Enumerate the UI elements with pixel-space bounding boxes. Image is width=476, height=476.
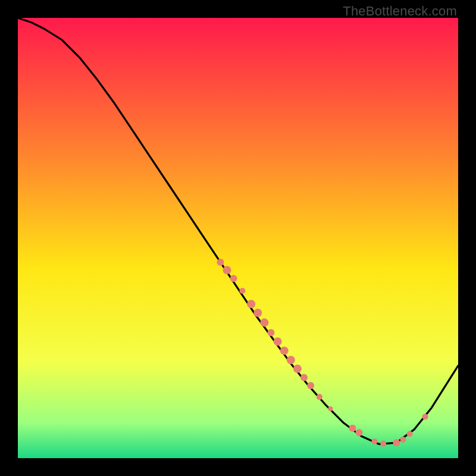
data-point — [253, 309, 262, 317]
data-point — [317, 394, 322, 400]
data-point — [400, 437, 406, 443]
data-point — [268, 329, 275, 336]
data-point — [393, 439, 400, 446]
data-point — [307, 382, 314, 389]
data-point — [293, 365, 302, 373]
data-point — [328, 406, 333, 411]
gradient-background — [18, 18, 458, 458]
data-point — [287, 356, 295, 364]
data-point — [230, 275, 237, 282]
data-point — [239, 288, 245, 294]
data-point — [371, 439, 377, 444]
data-point — [356, 429, 363, 436]
data-point — [217, 259, 224, 266]
bottleneck-chart — [18, 18, 458, 458]
data-point — [223, 266, 231, 274]
data-point — [422, 414, 428, 419]
data-point — [407, 431, 413, 437]
data-point — [274, 337, 282, 346]
chart-frame — [18, 18, 458, 458]
watermark-label: TheBottleneck.com — [343, 4, 457, 19]
data-point — [280, 346, 289, 355]
data-point — [300, 374, 308, 381]
data-point — [260, 318, 268, 327]
data-point — [247, 300, 255, 308]
data-point — [349, 425, 356, 432]
data-point — [380, 441, 386, 447]
